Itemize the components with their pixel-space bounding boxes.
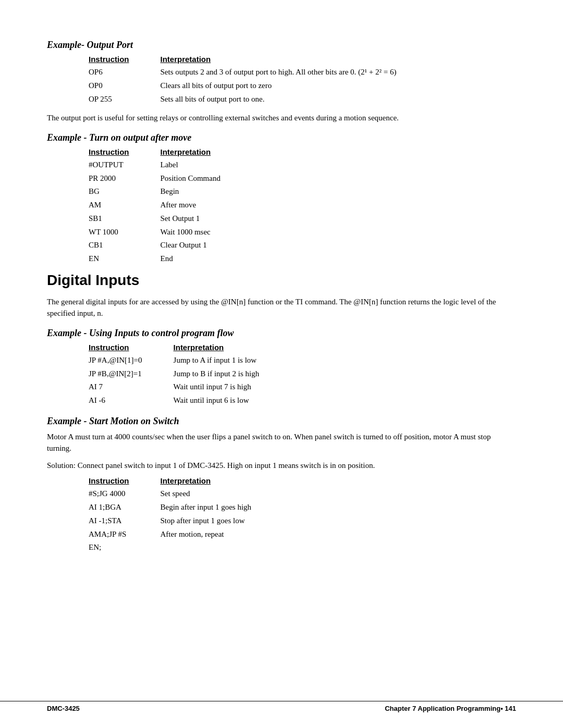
- switch-col1-header: Instruction: [89, 476, 161, 487]
- output-port-table-container: Instruction Interpretation OP6Sets outpu…: [89, 55, 516, 106]
- footer-left: DMC-3425: [47, 705, 80, 712]
- table-row: Set speed: [161, 487, 283, 501]
- example-turn-on-title: Example - Turn on output after move: [47, 132, 516, 143]
- table-row: After move: [161, 199, 252, 212]
- table-row: Wait until input 7 is high: [174, 380, 291, 394]
- table-row: Wait 1000 msec: [161, 226, 252, 239]
- table-row: EN: [89, 252, 161, 266]
- example-output-port-title: Example- Output Port: [47, 40, 516, 51]
- table-row: AI -6: [89, 394, 174, 408]
- table-row: Clears all bits of output port to zero: [161, 79, 428, 93]
- table-row: #S;JG 4000: [89, 487, 161, 501]
- inputs-col2-header: Interpretation: [174, 343, 291, 354]
- turn-on-col2-header: Interpretation: [161, 147, 252, 158]
- table-row: WT 1000: [89, 226, 161, 239]
- table-row: AM: [89, 199, 161, 212]
- inputs-table-container: Instruction Interpretation JP #A,@IN[1]=…: [89, 343, 516, 408]
- table-row: Wait until input 6 is low: [174, 394, 291, 408]
- example-inputs-title: Example - Using Inputs to control progra…: [47, 328, 516, 339]
- table-row: AI -1;STA: [89, 514, 161, 528]
- table-row: AI 7: [89, 380, 174, 394]
- turn-on-table-container: Instruction Interpretation #OUTPUTLabelP…: [89, 147, 516, 266]
- table-row: BG: [89, 185, 161, 199]
- output-port-body: The output port is useful for setting re…: [47, 112, 516, 124]
- switch-body2: Solution: Connect panel switch to input …: [47, 460, 516, 472]
- table-row: [161, 541, 283, 554]
- table-row: JP #A,@IN[1]=0: [89, 354, 174, 367]
- table-row: Begin: [161, 185, 252, 199]
- turn-on-table: Instruction Interpretation #OUTPUTLabelP…: [89, 147, 252, 266]
- table-row: Jump to A if input 1 is low: [174, 354, 291, 367]
- digital-inputs-title: Digital Inputs: [47, 272, 516, 289]
- table-row: OP6: [89, 66, 161, 79]
- switch-col2-header: Interpretation: [161, 476, 283, 487]
- table-row: AI 1;BGA: [89, 501, 161, 514]
- table-row: Begin after input 1 goes high: [161, 501, 283, 514]
- switch-table: Instruction Interpretation #S;JG 4000Set…: [89, 476, 283, 554]
- table-row: JP #B,@IN[2]=1: [89, 367, 174, 381]
- table-row: OP 255: [89, 93, 161, 106]
- table-row: Set Output 1: [161, 212, 252, 226]
- table-row: Position Command: [161, 172, 252, 186]
- table-row: Label: [161, 158, 252, 172]
- table-row: SB1: [89, 212, 161, 226]
- inputs-table: Instruction Interpretation JP #A,@IN[1]=…: [89, 343, 290, 408]
- table-row: #OUTPUT: [89, 158, 161, 172]
- page-footer: DMC-3425 Chapter 7 Application Programmi…: [0, 701, 563, 712]
- switch-table-container: Instruction Interpretation #S;JG 4000Set…: [89, 476, 516, 554]
- turn-on-col1-header: Instruction: [89, 147, 161, 158]
- table-row: Sets outputs 2 and 3 of output port to h…: [161, 66, 428, 79]
- table-row: CB1: [89, 239, 161, 252]
- table-row: Stop after input 1 goes low: [161, 514, 283, 528]
- inputs-col1-header: Instruction: [89, 343, 174, 354]
- table-row: OP0: [89, 79, 161, 93]
- output-port-col2-header: Interpretation: [161, 55, 428, 66]
- table-row: EN;: [89, 541, 161, 554]
- output-port-table: Instruction Interpretation OP6Sets outpu…: [89, 55, 427, 106]
- example-switch-title: Example - Start Motion on Switch: [47, 416, 516, 427]
- digital-inputs-body: The general digital inputs for are acces…: [47, 296, 516, 319]
- table-row: Clear Output 1: [161, 239, 252, 252]
- table-row: End: [161, 252, 252, 266]
- table-row: Jump to B if input 2 is high: [174, 367, 291, 381]
- output-port-col1-header: Instruction: [89, 55, 161, 66]
- page-content: Example- Output Port Instruction Interpr…: [0, 0, 563, 602]
- table-row: AMA;JP #S: [89, 528, 161, 541]
- footer-right: Chapter 7 Application Programming• 141: [385, 705, 516, 712]
- switch-body1: Motor A must turn at 4000 counts/sec whe…: [47, 431, 516, 454]
- table-row: After motion, repeat: [161, 528, 283, 541]
- table-row: Sets all bits of output port to one.: [161, 93, 428, 106]
- table-row: PR 2000: [89, 172, 161, 186]
